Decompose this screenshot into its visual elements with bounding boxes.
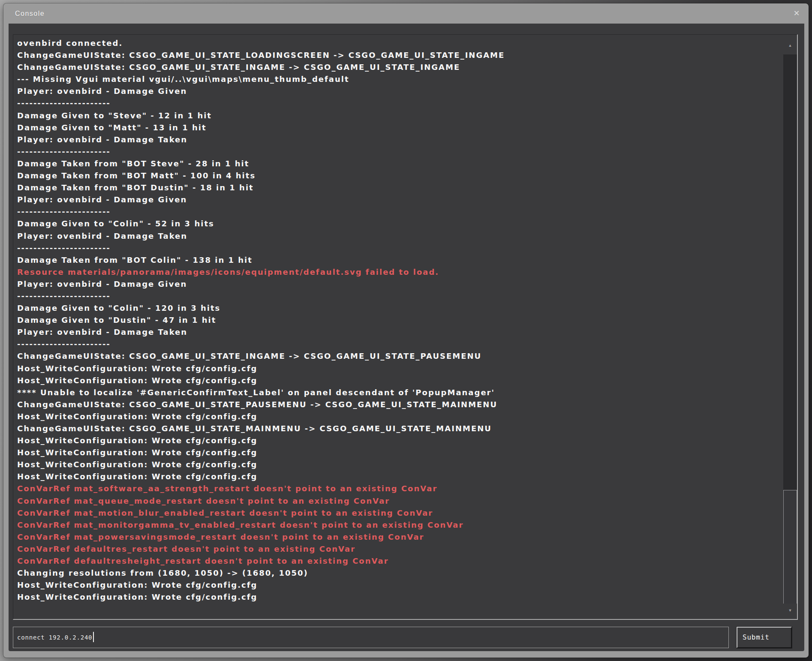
- submit-button[interactable]: Submit: [737, 627, 792, 648]
- console-line: -----------------------: [17, 338, 778, 350]
- console-line: Player: ovenbird - Damage Taken: [17, 230, 778, 242]
- console-line: ChangeGameUIState: CSGO_GAME_UI_STATE_PA…: [17, 399, 778, 411]
- console-line: -----------------------: [17, 206, 778, 218]
- console-line: Damage Given to "Colin" - 120 in 3 hits: [17, 302, 778, 314]
- console-line: ChangeGameUIState: CSGO_GAME_UI_STATE_IN…: [17, 61, 778, 73]
- console-line: Player: ovenbird - Damage Given: [17, 194, 778, 206]
- console-line: ChangeGameUIState: CSGO_GAME_UI_STATE_IN…: [17, 350, 778, 362]
- console-line: Host_WriteConfiguration: Wrote cfg/confi…: [17, 591, 778, 603]
- console-line: Damage Given to "Matt" - 13 in 1 hit: [17, 122, 778, 134]
- title-bar[interactable]: Console ✕: [3, 3, 809, 24]
- console-line: **** Unable to localize '#GenericConfirm…: [17, 387, 778, 399]
- console-line: ConVarRef defaultres_restart doesn't poi…: [17, 543, 778, 555]
- console-line: ovenbird connected.: [17, 37, 778, 49]
- console-line: ChangeGameUIState: CSGO_GAME_UI_STATE_LO…: [17, 49, 778, 61]
- console-line: Host_WriteConfiguration: Wrote cfg/confi…: [17, 459, 778, 471]
- console-line: ChangeGameUIState: CSGO_GAME_UI_STATE_MA…: [17, 423, 778, 435]
- game-screen: { "window": { "title": "Console", "close…: [0, 0, 812, 661]
- scroll-up-button[interactable]: ▲: [783, 35, 797, 54]
- command-input-text: connect 192.0.2.240: [17, 627, 94, 648]
- console-line: ConVarRef mat_software_aa_strength_resta…: [17, 483, 778, 495]
- console-log: ovenbird connected.ChangeGameUIState: CS…: [13, 34, 798, 620]
- console-line: -----------------------: [17, 290, 778, 302]
- console-line: Host_WriteConfiguration: Wrote cfg/confi…: [17, 471, 778, 483]
- close-icon: ✕: [793, 9, 800, 18]
- window-title: Console: [15, 3, 45, 24]
- scroll-down-button[interactable]: ▼: [783, 604, 797, 619]
- console-line: Player: ovenbird - Damage Taken: [17, 326, 778, 338]
- log-lines: ovenbird connected.ChangeGameUIState: CS…: [17, 37, 778, 618]
- text-cursor: [93, 632, 94, 642]
- scroll-up-icon: ▲: [788, 43, 792, 48]
- submit-button-label: Submit: [743, 633, 770, 641]
- scrollbar-thumb[interactable]: [783, 490, 797, 604]
- console-line: Player: ovenbird - Damage Given: [17, 85, 778, 97]
- console-line: ConVarRef mat_motion_blur_enabled_restar…: [17, 507, 778, 519]
- command-input[interactable]: connect 192.0.2.240: [13, 627, 729, 648]
- console-window: Console ✕ ovenbird connected.ChangeGameU…: [3, 3, 809, 658]
- console-line: Damage Given to "Dustin" - 47 in 1 hit: [17, 314, 778, 326]
- command-input-value: connect 192.0.2.240: [17, 634, 92, 641]
- console-line: Damage Taken from "BOT Matt" - 100 in 4 …: [17, 170, 778, 182]
- console-line: Damage Taken from "BOT Dustin" - 18 in 1…: [17, 182, 778, 194]
- console-line: Player: ovenbird - Damage Taken: [17, 134, 778, 146]
- console-line: --- Missing Vgui material vgui/..\vgui\m…: [17, 73, 778, 85]
- console-line: -----------------------: [17, 97, 778, 109]
- console-line: ConVarRef mat_monitorgamma_tv_enabled_re…: [17, 519, 778, 531]
- console-line: Host_WriteConfiguration: Wrote cfg/confi…: [17, 363, 778, 375]
- console-line: Host_WriteConfiguration: Wrote cfg/confi…: [17, 579, 778, 591]
- console-line: Changing resolutions from (1680, 1050) -…: [17, 567, 778, 579]
- console-line: ConVarRef mat_queue_mode_restart doesn't…: [17, 495, 778, 507]
- console-line: -----------------------: [17, 146, 778, 158]
- console-line: Damage Taken from "BOT Steve" - 28 in 1 …: [17, 158, 778, 170]
- console-line: Player: ovenbird - Damage Given: [17, 278, 778, 290]
- console-line: ConVarRef defaultresheight_restart doesn…: [17, 555, 778, 567]
- console-line: Host_WriteConfiguration: Wrote cfg/confi…: [17, 411, 778, 423]
- console-line: -----------------------: [17, 242, 778, 254]
- console-line: ConVarRef mat_powersavingsmode_restart d…: [17, 531, 778, 543]
- console-line: Damage Taken from "BOT Colin" - 138 in 1…: [17, 254, 778, 266]
- console-line: Host_WriteConfiguration: Wrote cfg/confi…: [17, 435, 778, 447]
- console-line: Damage Given to "Colin" - 52 in 3 hits: [17, 218, 778, 230]
- log-scrollbar[interactable]: ▲ ▼: [783, 35, 797, 619]
- console-line: Resource materials/panorama/images/icons…: [17, 266, 778, 278]
- console-line: Damage Given to "Steve" - 12 in 1 hit: [17, 110, 778, 122]
- console-line: Host_WriteConfiguration: Wrote cfg/confi…: [17, 375, 778, 387]
- console-line: Host_WriteConfiguration: Wrote cfg/confi…: [17, 447, 778, 459]
- scroll-down-icon: ▼: [788, 608, 792, 613]
- close-button[interactable]: ✕: [791, 7, 803, 19]
- console-content: ovenbird connected.ChangeGameUIState: CS…: [9, 24, 804, 651]
